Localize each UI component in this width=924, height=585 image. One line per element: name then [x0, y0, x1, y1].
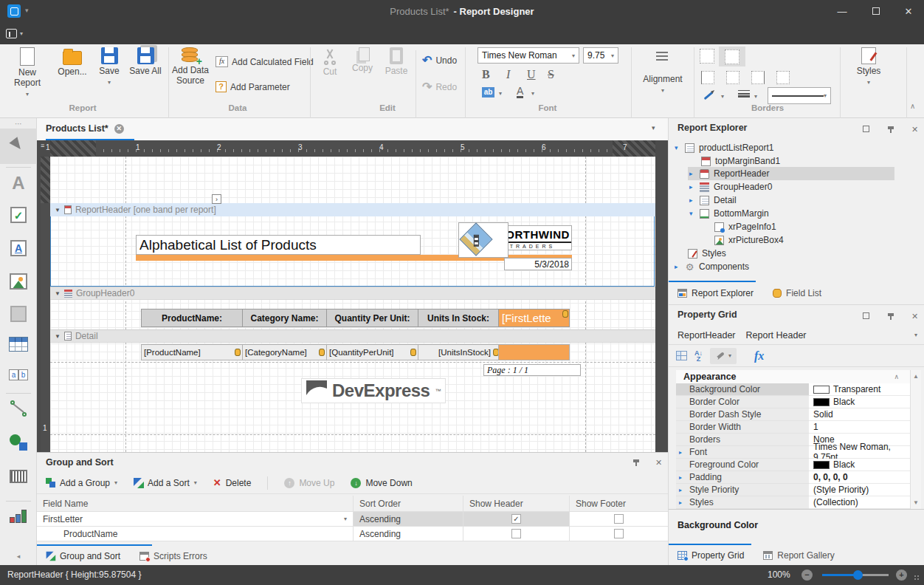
column-sort-order[interactable]: Sort Order — [354, 496, 463, 512]
border-width-icon[interactable] — [738, 90, 750, 98]
tools-button[interactable]: ▾ — [710, 348, 737, 364]
header-cell[interactable]: Quantity Per Unit: — [326, 309, 418, 327]
sort-order-cell[interactable]: Ascending — [354, 527, 463, 541]
expand-icon[interactable]: ▸ — [679, 449, 682, 456]
property-row[interactable]: Border Dash Style Solid — [676, 408, 910, 421]
tree-item-top-margin[interactable]: topMarginBand1 — [701, 154, 780, 168]
app-menu-button[interactable]: ▾ — [6, 25, 32, 42]
tool-pointer[interactable] — [0, 129, 37, 164]
tab-list-caret-icon[interactable]: ▾ — [652, 124, 655, 131]
band-collapse-icon[interactable]: ▼ — [55, 333, 61, 340]
border-none-icon[interactable] — [776, 71, 790, 84]
property-name[interactable]: Border Color — [676, 396, 809, 408]
show-footer-cell[interactable] — [570, 512, 668, 527]
sort-order-cell[interactable]: Ascending — [354, 512, 463, 527]
tree-item-group-header[interactable]: ▸ GroupHeader0 — [689, 180, 772, 194]
column-show-header[interactable]: Show Header — [463, 496, 570, 512]
save-all-button[interactable]: Save All — [124, 47, 167, 102]
show-footer-cell[interactable] — [570, 527, 668, 541]
expand-icon[interactable]: ▸ — [679, 487, 682, 493]
tab-report-explorer[interactable]: Report Explorer — [678, 288, 754, 298]
border-box-icon[interactable] — [700, 49, 714, 64]
field-caret-icon[interactable]: ▾ — [344, 516, 347, 522]
property-row[interactable]: ▸Padding 0, 0, 0, 0 — [676, 471, 910, 484]
alignment-button[interactable]: Alignment ▾ — [633, 74, 692, 99]
tree-item-styles[interactable]: Styles — [688, 247, 726, 260]
expand-icon[interactable]: ▸ — [679, 474, 682, 481]
border-right-icon[interactable] — [751, 71, 765, 84]
report-title-label[interactable]: Alphabetical List of Products — [136, 235, 421, 255]
border-inside-icon[interactable] — [726, 71, 739, 84]
expand-icon[interactable]: ▸ — [675, 263, 680, 270]
border-left-icon[interactable] — [701, 71, 714, 84]
categorized-view-icon[interactable] — [676, 351, 687, 360]
zoom-slider-handle[interactable] — [853, 570, 863, 580]
maximize-panel-icon[interactable] — [863, 312, 869, 319]
show-header-checkbox[interactable]: ✓ — [511, 514, 521, 524]
tree-item-report[interactable]: ▾ productListReport1 — [675, 141, 773, 154]
font-size-combobox[interactable]: 9.75 ▾ — [583, 47, 618, 64]
expand-icon[interactable]: ▾ — [689, 210, 695, 217]
paste-button[interactable]: Paste — [379, 47, 413, 102]
field-name-cell[interactable]: ProductName — [37, 527, 354, 541]
toolbox-scroll-icon[interactable]: ◂ — [0, 552, 37, 560]
band-collapse-icon[interactable]: ▼ — [55, 207, 61, 213]
close-icon[interactable]: ✕ — [911, 312, 918, 321]
move-down-button[interactable]: ↓ Move Down — [351, 478, 412, 488]
expand-icon[interactable]: ▸ — [689, 170, 695, 177]
pin-icon[interactable] — [633, 459, 639, 462]
delete-button[interactable]: ✕ Delete — [213, 477, 252, 488]
tab-property-grid[interactable]: Property Grid — [678, 550, 744, 561]
band-collapse-icon[interactable]: ▼ — [55, 290, 61, 297]
minimize-button[interactable]: — — [830, 0, 855, 22]
property-row[interactable]: Foreground Color Black — [676, 459, 910, 471]
add-data-source-button[interactable]: + Add Data Source — [171, 47, 210, 102]
report-date-label[interactable]: 5/3/2018 — [504, 258, 572, 270]
tree-item-bottom-margin[interactable]: ▾ BottomMargin — [689, 207, 769, 220]
property-name[interactable]: Background Color — [676, 383, 809, 396]
strikethrough-button[interactable]: S — [548, 68, 554, 81]
property-name[interactable]: Border Dash Style — [676, 408, 809, 421]
property-name[interactable]: Borders — [676, 434, 809, 446]
toolbox-overflow-icon[interactable]: ⋯ — [0, 120, 37, 128]
tab-field-list[interactable]: Field List — [773, 288, 821, 298]
property-value[interactable]: (Collection) — [809, 496, 910, 509]
property-value[interactable]: Black — [809, 396, 910, 408]
add-calculated-field-button[interactable]: fx Add Calculated Field — [216, 56, 314, 67]
property-row[interactable]: ▸Font Times New Roman, 9.75pt — [676, 446, 910, 459]
font-family-combobox[interactable]: Times New Roman ▾ — [477, 47, 579, 64]
tab-report-gallery[interactable]: Report Gallery — [763, 550, 834, 561]
header-cell[interactable]: ProductName: — [141, 309, 243, 327]
copy-button[interactable]: Copy — [345, 47, 379, 102]
tool-chart[interactable] — [0, 508, 37, 523]
category-collapse-icon[interactable]: ∧ — [894, 373, 899, 380]
detail-cell[interactable]: [CategoryName] — [242, 344, 327, 360]
first-letter-cell[interactable]: [FirstLette — [498, 309, 570, 327]
property-name[interactable]: Foreground Color — [676, 459, 809, 471]
add-group-button[interactable]: Add a Group ▾ — [46, 478, 117, 488]
band-report-header[interactable]: ▼ ReportHeader [one band per report] — [50, 203, 655, 216]
sort-row[interactable]: ProductName Ascending — [37, 527, 668, 541]
expand-icon[interactable]: ▸ — [679, 499, 682, 506]
close-button[interactable]: ✕ — [896, 0, 921, 22]
tool-rich-text[interactable]: A — [0, 240, 37, 256]
add-parameter-button[interactable]: ? Add Parameter — [216, 81, 290, 92]
field-name-cell[interactable]: FirstLetter ▾ — [37, 512, 354, 527]
devexpress-logo[interactable]: DevExpress ™ — [301, 378, 446, 403]
tree-item-report-header[interactable]: ▸ ReportHeader — [689, 167, 769, 180]
tree-item-detail[interactable]: ▸ Detail — [689, 194, 737, 207]
undo-button[interactable]: ↶ Undo — [422, 53, 457, 67]
close-icon[interactable]: ✕ — [655, 458, 662, 468]
property-name[interactable]: ▸Styles — [676, 496, 809, 509]
tool-panel[interactable] — [0, 306, 37, 322]
property-name[interactable]: ▸Style Priority — [676, 484, 809, 496]
property-value[interactable]: 1 — [809, 421, 910, 434]
scroll-down-icon[interactable]: ▼ — [911, 499, 921, 506]
tool-check-box[interactable]: ✓ — [0, 207, 37, 223]
underline-button[interactable]: U — [527, 68, 536, 81]
band-detail[interactable]: ▼ Detail — [50, 329, 655, 343]
pin-icon[interactable] — [888, 126, 894, 129]
tab-close-icon[interactable]: ✕ — [114, 124, 124, 134]
category-appearance[interactable]: Appearance ∧ — [676, 370, 921, 383]
styles-button[interactable]: Styles ▾ — [847, 47, 890, 102]
